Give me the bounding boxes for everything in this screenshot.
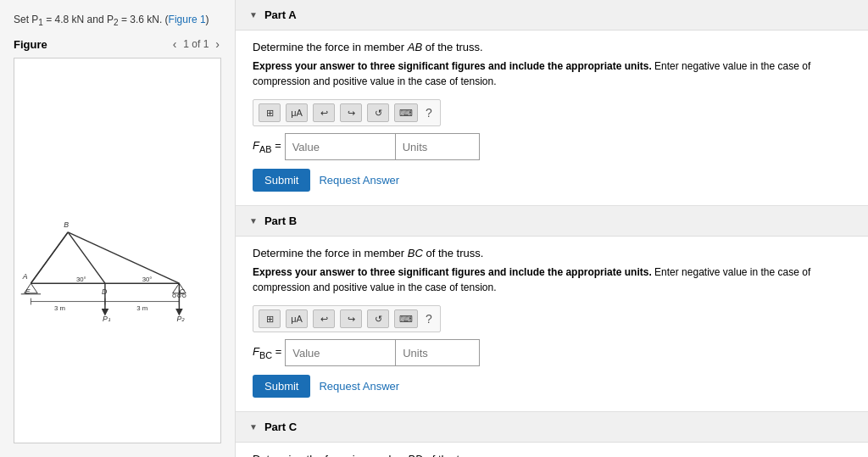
svg-text:3 m: 3 m xyxy=(54,305,65,313)
part-b-refresh-button[interactable]: ↺ xyxy=(367,309,389,328)
sidebar: Set P1 = 4.8 kN and P2 = 3.6 kN. (Figure… xyxy=(0,0,236,457)
keyboard-icon: ⌨ xyxy=(399,108,413,119)
main-content: ▼ Part A Determine the force in member A… xyxy=(236,0,868,457)
figure-canvas: B A E D C 3 m xyxy=(14,58,221,443)
part-a-refresh-button[interactable]: ↺ xyxy=(367,103,389,122)
part-a-label: Part A xyxy=(264,8,297,21)
part-b-question: Determine the force in member BC of the … xyxy=(253,247,851,259)
part-c-section: ▼ Part C Determine the force in member B… xyxy=(236,412,868,457)
svg-rect-0 xyxy=(14,176,220,325)
part-a-header[interactable]: ▼ Part A xyxy=(236,0,868,31)
part-b-toolbar: ⊞ μA ↩ ↪ ↺ ⌨ ? xyxy=(253,305,441,332)
figure-header: Figure ‹ 1 of 1 › xyxy=(14,37,221,51)
part-b-section: ▼ Part B Determine the force in member B… xyxy=(236,206,868,412)
part-a-undo-button[interactable]: ↩ xyxy=(313,103,335,122)
part-b-chevron: ▼ xyxy=(249,216,258,226)
svg-text:P₂: P₂ xyxy=(176,315,185,323)
part-b-value-input[interactable] xyxy=(285,339,395,366)
grid-icon: ⊞ xyxy=(266,108,274,119)
part-b-answer-row: FBC = xyxy=(253,339,851,366)
figure-page: 1 of 1 xyxy=(183,38,209,50)
part-a-toolbar: ⊞ μA ↩ ↪ ↺ ⌨ ? xyxy=(253,99,441,126)
part-b-force-label: FBC = xyxy=(253,345,281,360)
part-b-label: Part B xyxy=(264,215,297,227)
refresh-icon-b: ↺ xyxy=(375,314,382,325)
part-b-instructions: Express your answer to three significant… xyxy=(253,265,851,295)
part-a-chevron: ▼ xyxy=(249,10,258,20)
redo-icon-b: ↪ xyxy=(348,314,355,325)
part-a-help-button[interactable]: ? xyxy=(423,106,435,120)
figure-prev-button[interactable]: ‹ xyxy=(171,37,179,51)
part-a-request-answer-link[interactable]: Request Answer xyxy=(319,174,399,187)
part-b-request-answer-link[interactable]: Request Answer xyxy=(319,380,399,393)
part-b-header[interactable]: ▼ Part B xyxy=(236,206,868,237)
grid-icon-b: ⊞ xyxy=(266,314,274,325)
part-c-header[interactable]: ▼ Part C xyxy=(236,412,868,443)
undo-icon: ↩ xyxy=(320,108,328,119)
part-a-force-label: FAB = xyxy=(253,139,281,154)
part-a-question: Determine the force in member AB of the … xyxy=(253,41,851,53)
problem-text: Set P1 = 4.8 kN and P2 = 3.6 kN. (Figure… xyxy=(14,14,221,27)
svg-text:30°: 30° xyxy=(76,276,86,284)
part-a-submit-row: Submit Request Answer xyxy=(253,169,851,192)
part-a-instructions: Express your answer to three significant… xyxy=(253,59,851,89)
svg-text:A: A xyxy=(22,273,28,281)
part-c-body: Determine the force in member BD of the … xyxy=(236,443,868,457)
keyboard-icon-b: ⌨ xyxy=(399,314,413,325)
figure-section: Figure ‹ 1 of 1 › xyxy=(14,37,221,443)
part-a-body: Determine the force in member AB of the … xyxy=(236,31,868,205)
undo-icon-b: ↩ xyxy=(320,314,328,325)
part-c-question: Determine the force in member BD of the … xyxy=(253,453,851,457)
part-b-undo-button[interactable]: ↩ xyxy=(313,309,335,328)
part-a-keyboard-button[interactable]: ⌨ xyxy=(394,103,418,122)
part-b-mu-button[interactable]: μA xyxy=(286,309,308,328)
figure-title: Figure xyxy=(14,38,47,51)
figure-link[interactable]: Figure 1 xyxy=(169,14,206,25)
part-a-grid-button[interactable]: ⊞ xyxy=(259,103,281,122)
part-a-mu-button[interactable]: μA xyxy=(286,103,308,122)
part-a-units-input[interactable] xyxy=(395,133,480,160)
part-a-section: ▼ Part A Determine the force in member A… xyxy=(236,0,868,206)
part-b-grid-button[interactable]: ⊞ xyxy=(259,309,281,328)
part-b-units-input[interactable] xyxy=(395,339,480,366)
truss-diagram: B A E D C 3 m xyxy=(14,59,220,443)
refresh-icon: ↺ xyxy=(375,108,382,119)
part-a-submit-button[interactable]: Submit xyxy=(253,169,310,192)
part-c-chevron: ▼ xyxy=(249,422,258,432)
part-c-label: Part C xyxy=(264,421,297,433)
figure-navigation: ‹ 1 of 1 › xyxy=(171,37,221,51)
svg-text:B: B xyxy=(64,220,69,229)
part-b-body: Determine the force in member BC of the … xyxy=(236,237,868,411)
part-b-submit-button[interactable]: Submit xyxy=(253,375,310,398)
redo-icon: ↪ xyxy=(348,108,355,119)
svg-text:P₁: P₁ xyxy=(103,315,111,323)
mu-icon: μA xyxy=(291,108,303,118)
part-a-value-input[interactable] xyxy=(285,133,395,160)
part-a-answer-row: FAB = xyxy=(253,133,851,160)
part-b-submit-row: Submit Request Answer xyxy=(253,375,851,398)
part-a-redo-button[interactable]: ↪ xyxy=(340,103,362,122)
figure-next-button[interactable]: › xyxy=(214,37,221,51)
part-b-keyboard-button[interactable]: ⌨ xyxy=(394,309,418,328)
part-b-help-button[interactable]: ? xyxy=(423,312,435,326)
svg-text:30°: 30° xyxy=(142,276,153,284)
mu-icon-b: μA xyxy=(291,314,303,324)
svg-text:3 m: 3 m xyxy=(136,305,147,313)
part-b-redo-button[interactable]: ↪ xyxy=(340,309,362,328)
